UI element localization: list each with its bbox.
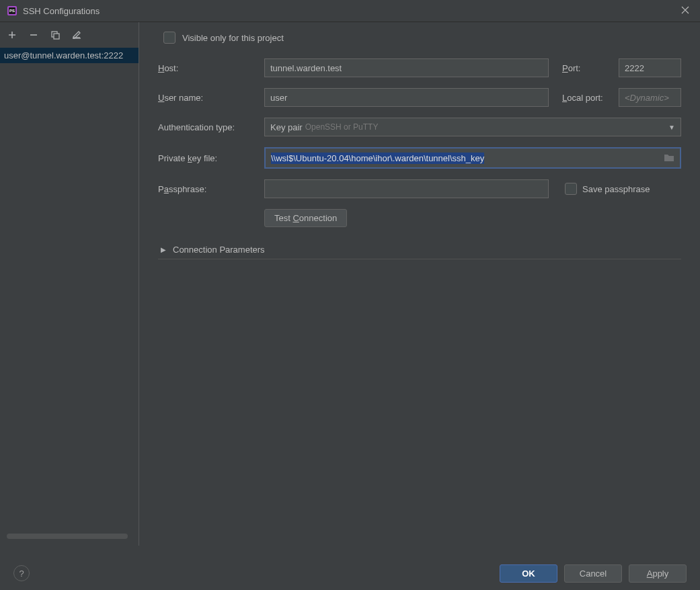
host-input[interactable] xyxy=(264,58,549,77)
ok-button[interactable]: OK xyxy=(500,564,557,583)
passphrase-label: Passphrase: xyxy=(158,184,258,194)
app-icon: PS xyxy=(7,5,17,16)
username-label: User name: xyxy=(158,93,258,103)
svg-rect-4 xyxy=(54,34,59,39)
copy-icon[interactable] xyxy=(48,28,62,42)
apply-button[interactable]: Apply xyxy=(629,564,687,583)
remove-icon[interactable] xyxy=(27,28,40,42)
config-list[interactable]: user@tunnel.warden.test:2222 xyxy=(0,48,139,546)
dialog-footer: ? OK Cancel Apply xyxy=(0,556,700,590)
visible-only-checkbox[interactable] xyxy=(163,32,176,44)
private-key-input[interactable]: \\wsl$\Ubuntu-20.04\home\ihor\.warden\tu… xyxy=(264,147,681,169)
test-connection-button[interactable]: Test Connection xyxy=(264,209,347,227)
auth-type-hint: OpenSSH or PuTTY xyxy=(305,122,379,132)
close-icon[interactable] xyxy=(677,3,693,19)
local-port-input[interactable] xyxy=(619,88,681,107)
host-label: Host: xyxy=(158,63,258,73)
form-panel: Visible only for this project Host: Port… xyxy=(139,22,700,546)
visible-only-label: Visible only for this project xyxy=(182,33,284,43)
username-input[interactable] xyxy=(264,88,549,107)
sidebar: user@tunnel.warden.test:2222 xyxy=(0,22,139,546)
add-icon[interactable] xyxy=(5,28,19,42)
sidebar-toolbar xyxy=(0,22,139,48)
chevron-right-icon: ▶ xyxy=(158,246,166,253)
chevron-down-icon: ▼ xyxy=(668,124,675,131)
port-input[interactable] xyxy=(619,58,681,77)
edit-icon[interactable] xyxy=(70,28,83,42)
config-list-item[interactable]: user@tunnel.warden.test:2222 xyxy=(0,48,139,63)
auth-type-value: Key pair xyxy=(270,122,303,132)
auth-type-select[interactable]: Key pair OpenSSH or PuTTY ▼ xyxy=(264,118,681,136)
cancel-button[interactable]: Cancel xyxy=(564,564,622,583)
connection-parameters-expander[interactable]: ▶ Connection Parameters xyxy=(158,241,681,259)
save-passphrase-checkbox[interactable] xyxy=(565,183,577,195)
auth-type-label: Authentication type: xyxy=(158,122,258,132)
window-title: SSH Configurations xyxy=(23,6,677,16)
local-port-label: Local port: xyxy=(555,93,612,103)
private-key-value: \\wsl$\Ubuntu-20.04\home\ihor\.warden\tu… xyxy=(271,153,484,164)
passphrase-input[interactable] xyxy=(264,179,549,198)
connection-parameters-label: Connection Parameters xyxy=(173,245,265,255)
save-passphrase-label: Save passphrase xyxy=(582,184,650,194)
help-icon[interactable]: ? xyxy=(13,565,30,581)
svg-text:PS: PS xyxy=(9,9,15,13)
private-key-label: Private key file: xyxy=(158,153,258,163)
port-label: Port: xyxy=(555,63,612,73)
browse-folder-icon[interactable] xyxy=(664,153,674,164)
horizontal-scrollbar[interactable] xyxy=(7,534,128,539)
